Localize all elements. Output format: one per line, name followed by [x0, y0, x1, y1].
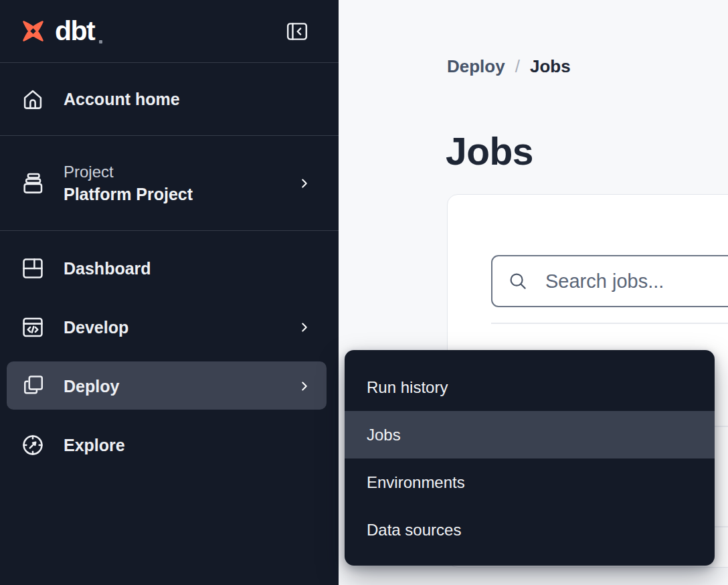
chevron-right-icon [297, 320, 312, 335]
sidebar-header: dbt [0, 0, 339, 63]
compass-icon [20, 432, 46, 458]
dbt-flame-icon [17, 15, 49, 47]
logo-wordmark: dbt [55, 17, 94, 45]
sidebar-item-deploy[interactable]: Deploy [0, 357, 339, 416]
sidebar-item-label: Dashboard [64, 259, 151, 278]
menu-item-environments[interactable]: Environments [345, 458, 715, 506]
panel-collapse-left-icon [285, 21, 309, 42]
deploy-flyout-menu: Run history Jobs Environments Data sourc… [345, 350, 715, 566]
breadcrumb: Deploy / Jobs [447, 56, 571, 77]
sidebar-item-label: Deploy [64, 377, 119, 396]
dashboard-grid-icon [20, 256, 46, 281]
search-input[interactable] [544, 270, 728, 293]
search-icon [508, 271, 528, 291]
sidebar-item-label: Explore [64, 436, 125, 455]
sidebar-item-account-home[interactable]: Account home [0, 63, 339, 136]
chevron-right-icon [297, 176, 312, 191]
chevron-right-icon [297, 379, 312, 394]
menu-item-jobs[interactable]: Jobs [345, 411, 715, 458]
sidebar-item-label: Account home [64, 90, 180, 109]
sidebar-item-dashboard[interactable]: Dashboard [0, 239, 339, 298]
logo-trademark-dot [99, 40, 102, 44]
sidebar-item-explore[interactable]: Explore [0, 416, 339, 475]
sidebar-item-develop[interactable]: Develop [0, 298, 339, 357]
menu-item-data-sources[interactable]: Data sources [345, 506, 715, 554]
sidebar: dbt Account home [0, 0, 339, 585]
overlapping-squares-icon [20, 373, 46, 399]
search-box[interactable] [491, 255, 728, 307]
collapse-sidebar-button[interactable] [285, 21, 309, 42]
page-title: Jobs [446, 129, 533, 173]
stacked-boxes-icon [20, 171, 46, 196]
app-window: dbt Account home [0, 0, 728, 585]
project-text: Project Platform Project [64, 163, 193, 204]
project-label: Project [64, 163, 193, 181]
sidebar-item-label: Develop [64, 318, 128, 337]
home-icon [20, 86, 46, 112]
sidebar-item-project[interactable]: Project Platform Project [0, 136, 339, 231]
code-window-icon [20, 315, 46, 340]
menu-item-run-history[interactable]: Run history [345, 363, 715, 411]
card-divider [491, 323, 728, 324]
breadcrumb-separator: / [515, 56, 520, 77]
breadcrumb-current: Jobs [530, 56, 571, 77]
sidebar-nav-group: Dashboard Develop [0, 231, 339, 475]
breadcrumb-deploy-link[interactable]: Deploy [447, 56, 505, 77]
project-name: Platform Project [64, 185, 193, 204]
dbt-logo[interactable]: dbt [17, 15, 102, 47]
